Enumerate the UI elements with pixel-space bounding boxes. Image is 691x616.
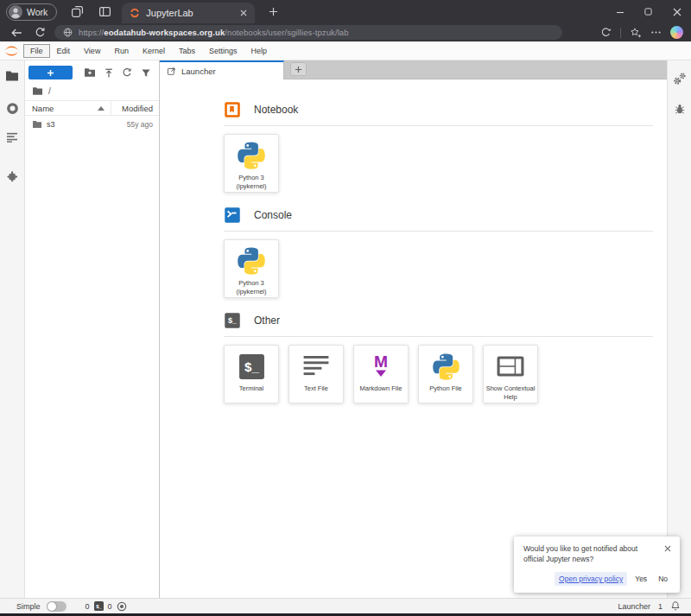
- notification-no-button[interactable]: No: [655, 572, 671, 586]
- python-logo-icon: [237, 245, 266, 276]
- menu-file[interactable]: File: [23, 44, 50, 58]
- kernels-count: 0: [108, 602, 112, 611]
- refresh-icon[interactable]: [31, 25, 48, 41]
- section-title: Notebook: [254, 104, 298, 116]
- browser-tab-jupyterlab[interactable]: JupyterLab: [122, 3, 255, 23]
- window-controls: [605, 0, 691, 23]
- python-logo-icon: [432, 351, 460, 382]
- launcher-card-python-file[interactable]: Python File: [418, 345, 473, 403]
- launcher-section-notebook: Notebook Python 3 (ipykernel): [224, 101, 653, 193]
- folder-icon: [32, 120, 42, 129]
- filter-icon: [141, 68, 151, 78]
- svg-text:$_: $_: [244, 359, 259, 374]
- text-file-icon: [302, 351, 330, 382]
- sort-ascending-icon: [98, 106, 105, 111]
- sidebar-tab-property-inspector[interactable]: [668, 65, 691, 92]
- card-label: Text File: [302, 384, 330, 393]
- new-folder-button[interactable]: [80, 66, 99, 80]
- current-activity-label[interactable]: Launcher: [618, 602, 650, 611]
- sidebar-tab-extensions[interactable]: [0, 162, 24, 188]
- card-label: Python 3 (ipykernel): [234, 279, 268, 296]
- new-folder-icon: [84, 67, 96, 78]
- card-label: Python 3 (ipykernel): [234, 174, 268, 191]
- address-bar[interactable]: https://eodatahub-workspaces.org.uk/note…: [54, 25, 562, 40]
- launcher-icon: [167, 67, 176, 76]
- kernel-circle-icon: [117, 601, 127, 612]
- svg-text:$_: $_: [228, 316, 238, 325]
- workspaces-icon[interactable]: [70, 4, 85, 19]
- launcher-card-console-python3[interactable]: Python 3 (ipykernel): [224, 239, 279, 298]
- new-launcher-button[interactable]: [29, 66, 73, 79]
- menu-edit[interactable]: Edit: [50, 44, 78, 58]
- copilot-icon[interactable]: [670, 26, 683, 39]
- notification-yes-button[interactable]: Yes: [631, 572, 650, 586]
- browser-essentials-icon[interactable]: [600, 27, 612, 38]
- sidebar-tab-file-browser[interactable]: [0, 63, 24, 89]
- notification-popup: Would you like to get notified about off…: [514, 537, 680, 593]
- simple-mode-control[interactable]: Simple: [16, 601, 67, 612]
- launcher-card-notebook-python3[interactable]: Python 3 (ipykernel): [224, 134, 279, 193]
- menu-view[interactable]: View: [77, 44, 107, 58]
- terminals-count: 0: [86, 602, 90, 611]
- right-activity-bar: [667, 60, 691, 598]
- upload-button[interactable]: [99, 66, 118, 80]
- refresh-file-list-button[interactable]: [118, 66, 137, 80]
- section-title: Other: [254, 314, 280, 327]
- back-icon[interactable]: [8, 25, 25, 41]
- simple-mode-label: Simple: [16, 602, 41, 611]
- bell-icon[interactable]: [670, 600, 681, 612]
- left-activity-bar: [0, 60, 25, 598]
- favorites-star-icon[interactable]: [630, 27, 642, 39]
- vertical-tabs-icon[interactable]: [98, 4, 112, 19]
- breadcrumb[interactable]: /: [25, 82, 159, 100]
- more-options-icon[interactable]: [650, 27, 662, 38]
- url-text: https://eodatahub-workspaces.org.uk/note…: [79, 28, 349, 37]
- contextual-help-icon: [496, 351, 525, 382]
- svg-text:M: M: [374, 352, 388, 371]
- launcher-card-terminal[interactable]: $_ Terminal: [224, 345, 279, 403]
- tab-close-icon[interactable]: [237, 7, 250, 20]
- sidebar-tab-table-of-contents[interactable]: [0, 124, 24, 150]
- navbar-right-icons: [600, 26, 683, 39]
- launcher-card-text-file[interactable]: Text File: [288, 345, 344, 403]
- open-privacy-policy-link[interactable]: Open privacy policy: [555, 572, 627, 586]
- filter-files-button[interactable]: [136, 66, 155, 80]
- menu-help[interactable]: Help: [244, 44, 274, 58]
- status-bar: Simple 0 $_ 0 Launcher 1: [0, 598, 691, 613]
- window-maximize-button[interactable]: [634, 0, 662, 23]
- dock-tab-bar: Launcher: [160, 60, 667, 79]
- folder-icon: [5, 70, 19, 82]
- sidebar-tab-running-kernels[interactable]: [0, 95, 24, 121]
- plus-icon: [47, 69, 54, 77]
- launcher-card-show-contextual-help[interactable]: Show Contextual Help: [483, 345, 538, 403]
- launcher-section-other: $_ Other $_ Terminal: [224, 312, 653, 403]
- add-tab-button[interactable]: [290, 62, 307, 76]
- browser-navbar: https://eodatahub-workspaces.org.uk/note…: [0, 23, 691, 41]
- column-header-modified[interactable]: Modified: [111, 101, 159, 115]
- column-header-name[interactable]: Name: [25, 101, 111, 115]
- notification-close-icon[interactable]: [662, 543, 673, 554]
- simple-mode-toggle[interactable]: [47, 601, 67, 612]
- file-row-s3[interactable]: s3 55y ago: [25, 116, 159, 132]
- launcher-card-markdown-file[interactable]: M Markdown File: [353, 345, 409, 403]
- menu-kernel[interactable]: Kernel: [136, 44, 172, 58]
- window-close-button[interactable]: [662, 0, 691, 23]
- jupyter-favicon: [130, 8, 140, 18]
- browser-profile-button[interactable]: Work: [6, 3, 57, 21]
- new-tab-button[interactable]: [265, 4, 281, 20]
- profile-name-label: Work: [27, 7, 48, 17]
- window-minimize-button[interactable]: [605, 0, 634, 23]
- menu-settings[interactable]: Settings: [202, 44, 244, 58]
- tab-launcher[interactable]: Launcher: [160, 60, 284, 79]
- file-list-header: Name Modified: [25, 100, 159, 116]
- notification-message: Would you like to get notified about off…: [523, 544, 671, 565]
- kernel-status[interactable]: 0 $_ 0: [86, 601, 127, 612]
- gears-icon: [673, 72, 687, 86]
- sidebar-tab-debugger[interactable]: [668, 95, 691, 123]
- folder-icon: [32, 86, 43, 96]
- breadcrumb-root[interactable]: /: [48, 86, 51, 96]
- toggle-knob: [48, 602, 56, 611]
- menu-tabs[interactable]: Tabs: [172, 44, 202, 58]
- menu-run[interactable]: Run: [107, 44, 136, 58]
- terminal-icon: $_: [238, 351, 266, 382]
